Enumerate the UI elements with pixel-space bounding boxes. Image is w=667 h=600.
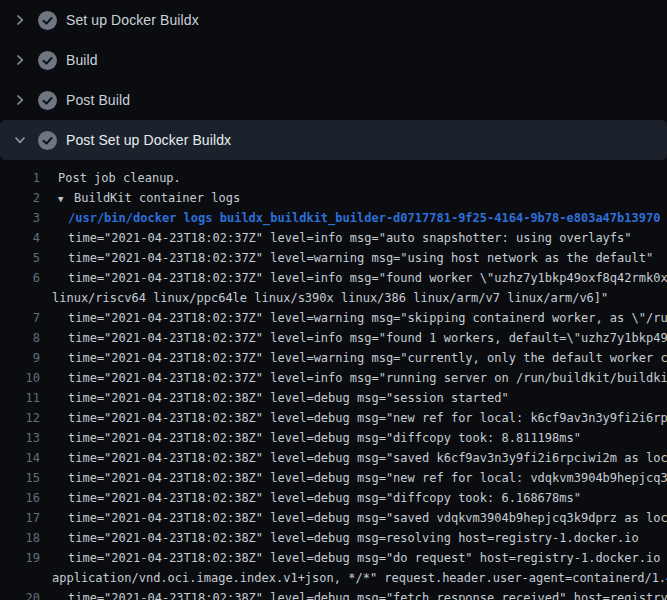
log-text: time="2021-04-23T18:02:37Z" level=info m… [40, 368, 667, 388]
line-number[interactable]: 5 [0, 248, 40, 268]
line-number[interactable]: 4 [0, 228, 40, 248]
log-row: 10 time="2021-04-23T18:02:37Z" level=inf… [0, 368, 667, 388]
line-number[interactable]: 6 [0, 268, 40, 288]
log-text: Post job cleanup. [40, 168, 181, 188]
line-number[interactable]: 9 [0, 348, 40, 368]
line-number [0, 288, 40, 308]
log-text: time="2021-04-23T18:02:38Z" level=debug … [40, 388, 509, 408]
line-number[interactable]: 10 [0, 368, 40, 388]
log-text: time="2021-04-23T18:02:38Z" level=debug … [40, 528, 639, 548]
line-number[interactable]: 8 [0, 328, 40, 348]
check-circle-icon [38, 51, 57, 70]
log-text: time="2021-04-23T18:02:38Z" level=debug … [40, 508, 667, 528]
log-row: 18 time="2021-04-23T18:02:38Z" level=deb… [0, 528, 667, 548]
line-number[interactable]: 15 [0, 468, 40, 488]
log-text: time="2021-04-23T18:02:38Z" level=debug … [40, 408, 667, 428]
log-text: time="2021-04-23T18:02:38Z" level=debug … [40, 468, 667, 488]
log-row: 15 time="2021-04-23T18:02:38Z" level=deb… [0, 468, 667, 488]
log-group-header[interactable]: 2 ▼BuildKit container logs [0, 188, 667, 208]
step-label: Build [66, 52, 98, 68]
chevron-right-icon [12, 52, 28, 68]
log-text: time="2021-04-23T18:02:38Z" level=debug … [40, 588, 667, 600]
line-number[interactable]: 20 [0, 588, 40, 600]
log-row: 7 time="2021-04-23T18:02:37Z" level=warn… [0, 308, 667, 328]
log-row: 19 time="2021-04-23T18:02:38Z" level=deb… [0, 548, 667, 568]
chevron-right-icon [12, 92, 28, 108]
step-label: Set up Docker Buildx [66, 12, 199, 28]
log-row-continuation: application/vnd.oci.image.index.v1+json,… [0, 568, 667, 588]
chevron-right-icon [12, 12, 28, 28]
line-number[interactable]: 18 [0, 528, 40, 548]
collapse-triangle-icon[interactable]: ▼ [58, 189, 74, 208]
check-circle-icon [38, 131, 57, 150]
log-row-continuation: linux/riscv64 linux/ppc64le linux/s390x … [0, 288, 667, 308]
log-text: time="2021-04-23T18:02:37Z" level=warnin… [40, 248, 653, 268]
log-panel: 1 Post job cleanup. 2 ▼BuildKit containe… [0, 160, 667, 600]
log-row: 17 time="2021-04-23T18:02:38Z" level=deb… [0, 508, 667, 528]
step-label: Post Build [66, 92, 130, 108]
log-row: 11 time="2021-04-23T18:02:38Z" level=deb… [0, 388, 667, 408]
log-text: /usr/bin/docker logs buildx_buildkit_bui… [40, 208, 660, 228]
log-row: 16 time="2021-04-23T18:02:38Z" level=deb… [0, 488, 667, 508]
steps-list: Set up Docker Buildx Build Post Build Po… [0, 0, 667, 160]
log-text: time="2021-04-23T18:02:37Z" level=warnin… [40, 348, 667, 368]
log-row: 6 time="2021-04-23T18:02:37Z" level=info… [0, 268, 667, 288]
line-number[interactable]: 13 [0, 428, 40, 448]
line-number[interactable]: 19 [0, 548, 40, 568]
log-row: 20 time="2021-04-23T18:02:38Z" level=deb… [0, 588, 667, 600]
log-row: 12 time="2021-04-23T18:02:38Z" level=deb… [0, 408, 667, 428]
line-number[interactable]: 2 [0, 188, 40, 208]
line-number [0, 568, 40, 588]
log-row: 9 time="2021-04-23T18:02:37Z" level=warn… [0, 348, 667, 368]
chevron-down-icon [12, 132, 28, 148]
log-row-command: 3 /usr/bin/docker logs buildx_buildkit_b… [0, 208, 667, 228]
line-number[interactable]: 14 [0, 448, 40, 468]
log-row: 1 Post job cleanup. [0, 168, 667, 188]
check-circle-icon [38, 91, 57, 110]
line-number[interactable]: 3 [0, 208, 40, 228]
log-row: 14 time="2021-04-23T18:02:38Z" level=deb… [0, 448, 667, 468]
log-row: 8 time="2021-04-23T18:02:37Z" level=info… [0, 328, 667, 348]
line-number[interactable]: 16 [0, 488, 40, 508]
log-text: time="2021-04-23T18:02:37Z" level=warnin… [40, 308, 667, 328]
line-number[interactable]: 11 [0, 388, 40, 408]
log-text: time="2021-04-23T18:02:38Z" level=debug … [40, 448, 667, 468]
step-header-build[interactable]: Build [0, 40, 667, 80]
step-header-set-up-docker-buildx[interactable]: Set up Docker Buildx [0, 0, 667, 40]
log-text: time="2021-04-23T18:02:38Z" level=debug … [40, 548, 667, 568]
log-text: linux/riscv64 linux/ppc64le linux/s390x … [40, 288, 608, 308]
step-label: Post Set up Docker Buildx [66, 132, 231, 148]
line-number[interactable]: 17 [0, 508, 40, 528]
log-text: time="2021-04-23T18:02:38Z" level=debug … [40, 488, 581, 508]
line-number[interactable]: 1 [0, 168, 40, 188]
actions-log-viewer: Set up Docker Buildx Build Post Build Po… [0, 0, 667, 600]
log-text: time="2021-04-23T18:02:37Z" level=info m… [40, 328, 667, 348]
line-number[interactable]: 12 [0, 408, 40, 428]
log-row: 4 time="2021-04-23T18:02:37Z" level=info… [0, 228, 667, 248]
log-text: time="2021-04-23T18:02:37Z" level=info m… [40, 228, 632, 248]
log-text: application/vnd.oci.image.index.v1+json,… [40, 568, 667, 588]
log-row: 5 time="2021-04-23T18:02:37Z" level=warn… [0, 248, 667, 268]
log-row: 13 time="2021-04-23T18:02:38Z" level=deb… [0, 428, 667, 448]
line-number[interactable]: 7 [0, 308, 40, 328]
step-header-post-build[interactable]: Post Build [0, 80, 667, 120]
log-text: ▼BuildKit container logs [40, 188, 240, 208]
log-group-label: BuildKit container logs [74, 191, 240, 205]
log-text: time="2021-04-23T18:02:37Z" level=info m… [40, 268, 667, 288]
log-text: time="2021-04-23T18:02:38Z" level=debug … [40, 428, 581, 448]
step-header-post-set-up-docker-buildx[interactable]: Post Set up Docker Buildx [0, 120, 667, 160]
check-circle-icon [38, 11, 57, 30]
